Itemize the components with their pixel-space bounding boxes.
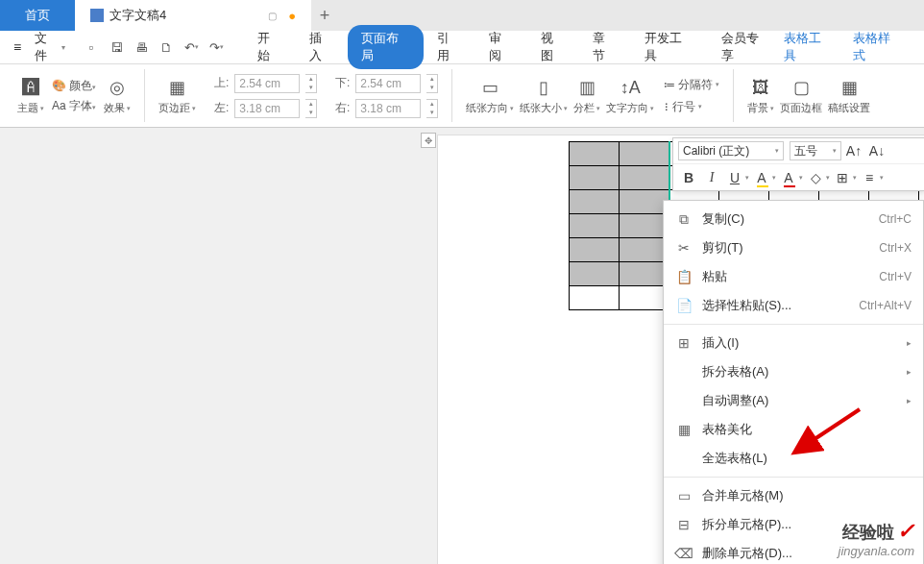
- chevron-down-icon[interactable]: ▾: [772, 174, 776, 182]
- ribbon-tab-references[interactable]: 引用: [424, 25, 475, 69]
- font-color-button[interactable]: A: [778, 167, 799, 188]
- ribbon-tab-member[interactable]: 会员专享: [708, 25, 785, 69]
- ribbon: 🅰主题▾ 🎨 颜色▾ Aa 字体▾ ◎效果▾ ▦页边距▾ 上:▴▾ 左:▴▾ 下…: [0, 64, 924, 128]
- table-cell[interactable]: [620, 190, 669, 214]
- table-cell[interactable]: [570, 166, 620, 190]
- print-icon[interactable]: 🖶: [133, 38, 150, 56]
- color-dropdown[interactable]: 🎨 颜色▾: [52, 78, 96, 94]
- font-family-select[interactable]: Calibri (正文)▾: [678, 141, 784, 160]
- spinner[interactable]: ▴▾: [426, 74, 438, 93]
- chevron-down-icon[interactable]: ▾: [853, 174, 857, 182]
- ribbon-group-theme: 🅰主题▾ 🎨 颜色▾ Aa 字体▾ ◎效果▾: [8, 64, 140, 127]
- chevron-down-icon[interactable]: ▾: [826, 174, 830, 182]
- table-cell[interactable]: [620, 214, 669, 238]
- ribbon-tab-insert[interactable]: 插入: [296, 25, 348, 69]
- table-style-tab[interactable]: 表格样式: [853, 30, 903, 64]
- page-border-icon: ▢: [789, 76, 814, 99]
- grid-settings-button[interactable]: ▦稿纸设置: [828, 76, 870, 115]
- chevron-down-icon[interactable]: ▾: [745, 174, 749, 182]
- theme-icon: 🅰: [18, 76, 43, 99]
- chevron-down-icon[interactable]: ▾: [880, 174, 884, 182]
- increase-font-icon[interactable]: A↑: [843, 140, 864, 161]
- underline-button[interactable]: U: [724, 167, 745, 188]
- table-cell[interactable]: [620, 166, 669, 190]
- bold-button[interactable]: B: [678, 167, 699, 188]
- theme-button[interactable]: 🅰主题▾: [17, 76, 44, 115]
- border-icon[interactable]: ⊞: [832, 167, 853, 188]
- new-icon[interactable]: ▫: [83, 38, 100, 56]
- print-preview-icon[interactable]: 🗋: [158, 38, 175, 56]
- table-cell[interactable]: [620, 142, 669, 166]
- save-icon[interactable]: 🖫: [108, 38, 125, 56]
- ctx-select-all-table[interactable]: 全选表格(L): [664, 444, 923, 473]
- spinner[interactable]: ▴▾: [426, 99, 438, 118]
- ctx-delete-cells[interactable]: ⌫删除单元格(D)...: [664, 539, 923, 564]
- ctx-split-cells[interactable]: ⊟拆分单元格(P)...: [664, 510, 923, 539]
- text-direction-button[interactable]: ↕A文字方向▾: [606, 76, 654, 115]
- paper-size-button[interactable]: ▯纸张大小▾: [520, 76, 568, 115]
- chevron-down-icon: ▾: [127, 105, 131, 112]
- table-cell[interactable]: [620, 238, 669, 262]
- tab-sync-icon[interactable]: ▢: [268, 11, 277, 21]
- ctx-paste-special[interactable]: 📄选择性粘贴(S)...Ctrl+Alt+V: [664, 291, 923, 320]
- undo-icon[interactable]: ↶▾: [182, 38, 200, 56]
- ribbon-tab-section[interactable]: 章节: [579, 25, 631, 69]
- font-size-select[interactable]: 五号▾: [790, 141, 841, 160]
- ctx-beautify[interactable]: ▦表格美化: [664, 415, 923, 444]
- background-button[interactable]: 🖼背景▾: [747, 76, 774, 115]
- page-margin-button[interactable]: ▦页边距▾: [158, 76, 196, 115]
- margin-bottom-label: 下:: [327, 75, 350, 91]
- ribbon-tab-layout[interactable]: 页面布局: [348, 25, 425, 69]
- ribbon-tab-devtools[interactable]: 开发工具: [631, 25, 708, 69]
- effect-button[interactable]: ◎效果▾: [104, 76, 131, 115]
- grid-icon: ▦: [837, 76, 862, 99]
- page-border-button[interactable]: ▢页面边框: [780, 76, 822, 115]
- eraser-icon[interactable]: ◇: [805, 167, 826, 188]
- beautify-icon: ▦: [675, 421, 693, 438]
- tab-unsaved-dot: ●: [288, 9, 296, 23]
- table-move-handle[interactable]: ✥: [421, 133, 436, 148]
- spinner[interactable]: ▴▾: [305, 99, 317, 118]
- hamburger-icon[interactable]: ≡: [8, 39, 27, 55]
- align-icon[interactable]: ≡: [859, 167, 880, 188]
- redo-icon[interactable]: ↷▾: [207, 38, 225, 56]
- paper-direction-button[interactable]: ▭纸张方向▾: [466, 76, 514, 115]
- ctx-paste[interactable]: 📋粘贴Ctrl+V: [664, 262, 923, 291]
- highlight-button[interactable]: A: [751, 167, 772, 188]
- margin-right-input[interactable]: [355, 99, 421, 118]
- margin-left-input[interactable]: [234, 99, 300, 118]
- margin-bottom-input[interactable]: [355, 74, 421, 93]
- linenum-dropdown[interactable]: ⫶行号▾: [664, 99, 719, 115]
- margin-inputs-left: 上:▴▾ 左:▴▾: [206, 74, 317, 118]
- chevron-down-icon: ▾: [775, 147, 779, 155]
- ctx-merge-cells[interactable]: ▭合并单元格(M): [664, 481, 923, 510]
- ctx-cut[interactable]: ✂剪切(T)Ctrl+X: [664, 233, 923, 262]
- ctx-split-table[interactable]: 拆分表格(A)▸: [664, 357, 923, 386]
- separator-dropdown[interactable]: ≔分隔符▾: [664, 77, 719, 93]
- ribbon-tab-review[interactable]: 审阅: [475, 25, 527, 69]
- chevron-down-icon: ▾: [40, 105, 44, 112]
- table-tools-tab[interactable]: 表格工具: [784, 30, 834, 64]
- italic-button[interactable]: I: [701, 167, 722, 188]
- table-cell[interactable]: [570, 262, 620, 286]
- table-cell[interactable]: [570, 142, 620, 166]
- ctx-auto-fit[interactable]: 自动调整(A)▸: [664, 386, 923, 415]
- table-cell[interactable]: [620, 286, 669, 310]
- table-cell[interactable]: [570, 286, 620, 310]
- table-cell[interactable]: [570, 238, 620, 262]
- spinner[interactable]: ▴▾: [305, 74, 317, 93]
- ctx-copy[interactable]: ⧉复制(C)Ctrl+C: [664, 205, 923, 233]
- table-cell[interactable]: [620, 262, 669, 286]
- ribbon-tab-start[interactable]: 开始: [244, 25, 296, 69]
- margin-top-input[interactable]: [234, 74, 300, 93]
- font-dropdown[interactable]: Aa 字体▾: [52, 98, 96, 114]
- file-menu[interactable]: 文件▾: [27, 30, 73, 64]
- columns-button[interactable]: ▥分栏▾: [573, 76, 600, 115]
- ctx-insert[interactable]: ⊞插入(I)▸: [664, 329, 923, 357]
- ribbon-tab-view[interactable]: 视图: [527, 25, 579, 69]
- decrease-font-icon[interactable]: A↓: [866, 140, 888, 161]
- chevron-down-icon: ▾: [833, 147, 837, 155]
- table-cell[interactable]: [570, 190, 620, 214]
- chevron-down-icon[interactable]: ▾: [799, 174, 803, 182]
- table-cell[interactable]: [570, 214, 620, 238]
